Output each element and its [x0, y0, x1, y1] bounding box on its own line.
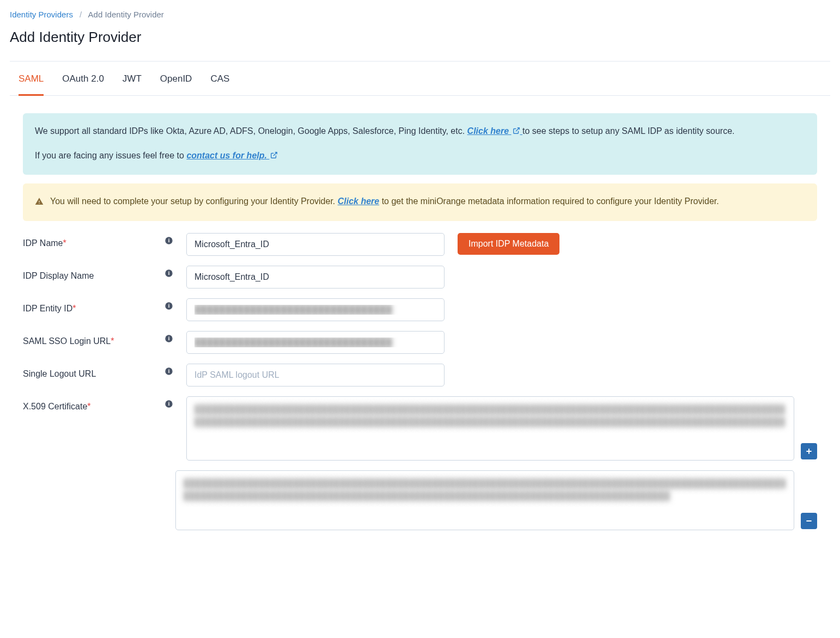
info-text-1: We support all standard IDPs like Okta, … [35, 126, 467, 136]
row-idp-entity-id: IDP Entity ID* i [23, 298, 817, 321]
breadcrumb-separator: / [80, 10, 82, 19]
warning-icon [35, 196, 44, 210]
tab-oauth[interactable]: OAuth 2.0 [62, 62, 104, 96]
info-text-2: to see steps to setup any SAML IDP as id… [522, 126, 735, 136]
svg-text:i: i [168, 369, 170, 375]
label-x509-cert: X.509 Certificate* [23, 396, 165, 412]
info-icon[interactable]: i [165, 367, 173, 376]
warning-banner: You will need to complete your setup by … [23, 183, 817, 221]
info-icon[interactable]: i [165, 236, 173, 245]
remove-cert-button[interactable] [801, 513, 817, 529]
warn-text-2: to get the miniOrange metadata informati… [382, 197, 719, 206]
row-saml-sso-url: SAML SSO Login URL* i [23, 331, 817, 354]
input-idp-entity-id[interactable] [186, 298, 445, 321]
svg-line-1 [273, 152, 277, 156]
row-single-logout-url: Single Logout URL i [23, 364, 817, 387]
cert-block-1 [186, 396, 817, 461]
svg-line-0 [515, 128, 519, 131]
info-icon[interactable]: i [165, 269, 173, 278]
svg-text:i: i [168, 271, 170, 277]
tab-saml[interactable]: SAML [19, 62, 44, 96]
tab-openid[interactable]: OpenID [160, 62, 192, 96]
import-idp-metadata-button[interactable]: Import IDP Metadata [458, 233, 559, 255]
row-x509-cert: X.509 Certificate* i [23, 396, 817, 540]
external-link-icon [513, 125, 520, 139]
row-idp-name: IDP Name* i Import IDP Metadata [23, 233, 817, 256]
info-banner: We support all standard IDPs like Okta, … [23, 113, 817, 175]
info-link-contact[interactable]: contact us for help. [186, 151, 278, 160]
label-idp-display-name: IDP Display Name [23, 266, 165, 281]
input-idp-name[interactable] [186, 233, 445, 256]
tab-cas[interactable]: CAS [210, 62, 229, 96]
label-saml-sso-url: SAML SSO Login URL* [23, 331, 165, 346]
cert-block-2 [175, 470, 817, 530]
tab-content: We support all standard IDPs like Okta, … [10, 96, 830, 540]
input-saml-sso-url[interactable] [186, 331, 445, 354]
add-cert-button[interactable] [801, 443, 817, 459]
input-single-logout-url[interactable] [186, 364, 445, 387]
info-icon[interactable]: i [165, 400, 173, 408]
row-idp-display-name: IDP Display Name i [23, 266, 817, 289]
info-icon[interactable]: i [165, 334, 173, 343]
external-link-icon [270, 149, 278, 163]
label-idp-name: IDP Name* [23, 233, 165, 248]
tab-jwt[interactable]: JWT [123, 62, 142, 96]
warn-text-1: You will need to complete your setup by … [50, 197, 338, 206]
info-icon[interactable]: i [165, 302, 173, 310]
textarea-x509-cert-2[interactable] [175, 470, 794, 530]
svg-text:i: i [168, 336, 170, 342]
breadcrumb-current: Add Identity Provider [88, 10, 164, 19]
svg-text:i: i [168, 304, 170, 309]
info-link-steps[interactable]: Click here [467, 126, 522, 136]
label-single-logout-url: Single Logout URL [23, 364, 165, 379]
info-text-3: If you are facing any issues feel free t… [35, 151, 186, 160]
textarea-x509-cert-1[interactable] [186, 396, 794, 461]
warn-link-metadata[interactable]: Click here [338, 197, 379, 206]
breadcrumb-link-parent[interactable]: Identity Providers [10, 10, 73, 19]
svg-text:i: i [168, 402, 170, 407]
label-idp-entity-id: IDP Entity ID* [23, 298, 165, 314]
svg-text:i: i [168, 238, 170, 244]
input-idp-display-name[interactable] [186, 266, 445, 289]
breadcrumb: Identity Providers / Add Identity Provid… [10, 10, 830, 19]
page-title: Add Identity Provider [10, 29, 830, 46]
tabs: SAML OAuth 2.0 JWT OpenID CAS [10, 62, 830, 96]
